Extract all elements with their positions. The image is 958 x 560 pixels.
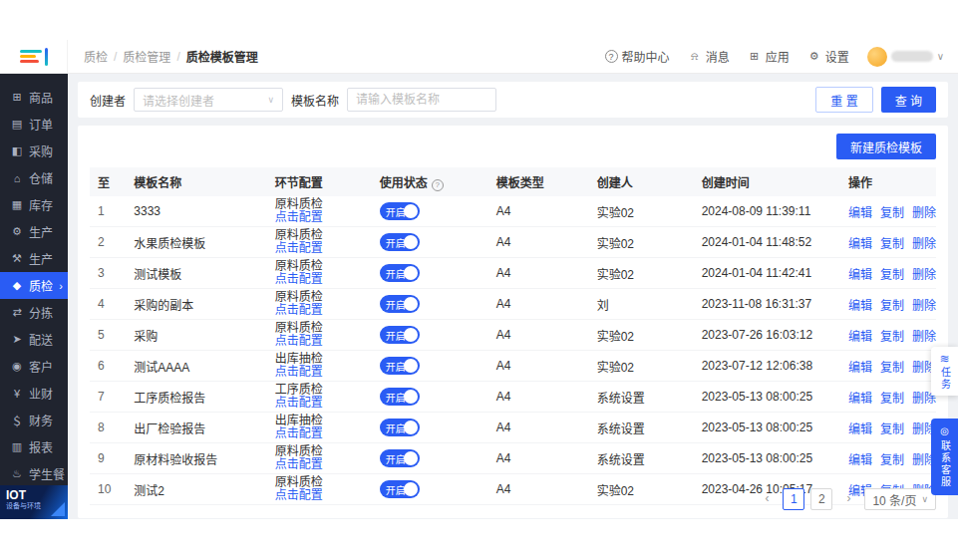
op-delete[interactable]: 删除 bbox=[912, 299, 936, 313]
op-edit[interactable]: 编辑 bbox=[848, 206, 872, 220]
status-toggle[interactable]: 开启 bbox=[380, 388, 420, 406]
op-edit[interactable]: 编辑 bbox=[848, 422, 872, 436]
configure-link[interactable]: 点击配置 bbox=[275, 211, 364, 224]
status-label: 开启 bbox=[386, 482, 406, 497]
status-toggle[interactable]: 开启 bbox=[380, 480, 420, 498]
sidebar-item-5[interactable]: ▦库存 bbox=[0, 191, 68, 218]
status-toggle[interactable]: 开启 bbox=[380, 357, 420, 375]
chevron-down-icon: ∨ bbox=[937, 51, 944, 62]
op-copy[interactable]: 复制 bbox=[880, 268, 904, 282]
row-index: 2 bbox=[90, 227, 126, 258]
row-index: 7 bbox=[90, 382, 126, 413]
status-toggle[interactable]: 开启 bbox=[380, 202, 420, 220]
sidebar-item-2[interactable]: ▤订单 bbox=[0, 111, 68, 138]
status-label: 开启 bbox=[386, 204, 406, 219]
op-edit[interactable]: 编辑 bbox=[848, 268, 872, 282]
template-name-input[interactable] bbox=[347, 88, 496, 112]
configure-link[interactable]: 点击配置 bbox=[275, 489, 364, 502]
configure-link[interactable]: 点击配置 bbox=[275, 304, 364, 317]
iot-brand[interactable]: IOT 设备与环境 bbox=[0, 485, 68, 519]
ops-cell: 编辑复制删除 bbox=[840, 413, 936, 443]
table-row: 9原材料验收报告原料质检点击配置开启A4系统设置2023-05-13 08:00… bbox=[90, 443, 936, 474]
op-delete[interactable]: 删除 bbox=[912, 330, 936, 344]
user-menu[interactable]: ∨ bbox=[867, 47, 944, 67]
op-delete[interactable]: 删除 bbox=[912, 268, 936, 282]
op-edit[interactable]: 编辑 bbox=[848, 330, 872, 344]
column-label: 创建时间 bbox=[702, 176, 750, 190]
configure-link[interactable]: 点击配置 bbox=[275, 273, 364, 286]
messages-button[interactable]: ⍾ 消息 bbox=[688, 48, 730, 65]
op-copy[interactable]: 复制 bbox=[880, 206, 904, 220]
tasks-float-button[interactable]: ≋ 任务 bbox=[931, 347, 958, 396]
op-edit[interactable]: 编辑 bbox=[848, 361, 872, 375]
page-button-1[interactable]: 1 bbox=[783, 488, 804, 510]
sidebar-item-15[interactable]: ♨学生餐 bbox=[0, 460, 68, 487]
op-edit[interactable]: 编辑 bbox=[848, 299, 872, 313]
prev-page-button[interactable]: ‹ bbox=[757, 488, 777, 510]
configure-link[interactable]: 点击配置 bbox=[275, 458, 364, 471]
op-copy[interactable]: 复制 bbox=[880, 422, 904, 436]
apps-button[interactable]: ⊞ 应用 bbox=[748, 48, 790, 65]
sidebar-item-8[interactable]: ◆质检› bbox=[0, 272, 68, 299]
help-center-button[interactable]: ? 帮助中心 bbox=[605, 48, 670, 65]
sidebar-item-11[interactable]: ◉客户 bbox=[0, 353, 68, 380]
configure-link[interactable]: 点击配置 bbox=[275, 242, 364, 255]
chevron-down-icon: ∨ bbox=[267, 95, 274, 105]
op-edit[interactable]: 编辑 bbox=[848, 237, 872, 251]
settings-button[interactable]: ⚙ 设置 bbox=[807, 48, 849, 65]
page-size-select[interactable]: 10 条/页 ∨ bbox=[864, 488, 936, 510]
page-button-2[interactable]: 2 bbox=[810, 488, 832, 510]
status-toggle[interactable]: 开启 bbox=[380, 295, 420, 313]
op-copy[interactable]: 复制 bbox=[880, 453, 904, 467]
sidebar-item-icon: ◉ bbox=[11, 360, 23, 373]
sidebar-item-3[interactable]: ◧采购 bbox=[0, 138, 68, 164]
op-copy[interactable]: 复制 bbox=[880, 330, 904, 344]
op-copy[interactable]: 复制 bbox=[880, 392, 904, 406]
status-toggle[interactable]: 开启 bbox=[380, 264, 420, 282]
sidebar-item-10[interactable]: ➤配送 bbox=[0, 326, 68, 353]
op-copy[interactable]: 复制 bbox=[880, 237, 904, 251]
breadcrumb-item[interactable]: 质检 bbox=[84, 48, 108, 65]
sidebar-item-label: 业财 bbox=[29, 385, 53, 402]
creator-select[interactable]: 请选择创建者 ∨ bbox=[134, 88, 283, 112]
sidebar-item-6[interactable]: ⚙生产 bbox=[0, 218, 68, 245]
table-row: 13333原料质检点击配置开启A4实验022024-08-09 11:39:11… bbox=[90, 196, 936, 227]
new-template-button[interactable]: 新建质检模板 bbox=[836, 134, 936, 159]
sidebar-item-icon: ⇄ bbox=[11, 306, 23, 319]
op-delete[interactable]: 删除 bbox=[912, 237, 936, 251]
status-toggle[interactable]: 开启 bbox=[380, 233, 420, 251]
sidebar-item-icon: ▥ bbox=[11, 440, 23, 453]
status-toggle[interactable]: 开启 bbox=[380, 419, 420, 436]
status-toggle[interactable]: 开启 bbox=[380, 326, 420, 344]
app-logo[interactable] bbox=[0, 40, 68, 73]
sidebar-item-1[interactable]: ⊞商品 bbox=[0, 84, 68, 111]
customer-service-button[interactable]: ◎ 联系客服 bbox=[931, 419, 958, 495]
breadcrumb-item[interactable]: 质检模板管理 bbox=[186, 48, 258, 65]
query-button[interactable]: 查 询 bbox=[881, 87, 936, 113]
op-copy[interactable]: 复制 bbox=[880, 299, 904, 313]
sidebar-item-12[interactable]: ¥业财 bbox=[0, 380, 68, 407]
ops-cell: 编辑复制删除 bbox=[840, 258, 936, 289]
configure-link[interactable]: 点击配置 bbox=[275, 335, 364, 348]
creator: 实验02 bbox=[589, 320, 694, 351]
column-header: 使用状态? bbox=[372, 167, 488, 196]
sidebar-item-9[interactable]: ⇄分拣 bbox=[0, 299, 68, 326]
breadcrumb-item[interactable]: 质检管理 bbox=[123, 48, 170, 65]
status-toggle[interactable]: 开启 bbox=[380, 449, 420, 467]
sidebar-item-4[interactable]: ⌂仓储 bbox=[0, 164, 68, 191]
sidebar-item-13[interactable]: ＄财务 bbox=[0, 407, 68, 433]
op-edit[interactable]: 编辑 bbox=[848, 392, 872, 406]
next-page-button[interactable]: › bbox=[838, 488, 858, 510]
sidebar-item-7[interactable]: ⚒生产 bbox=[0, 245, 68, 272]
configure-link[interactable]: 点击配置 bbox=[275, 366, 364, 379]
configure-link[interactable]: 点击配置 bbox=[275, 397, 364, 410]
info-icon[interactable]: ? bbox=[432, 179, 444, 191]
op-delete[interactable]: 删除 bbox=[912, 206, 936, 220]
sidebar-item-14[interactable]: ▥报表 bbox=[0, 433, 68, 460]
op-edit[interactable]: 编辑 bbox=[848, 453, 872, 467]
op-copy[interactable]: 复制 bbox=[880, 361, 904, 375]
configure-link[interactable]: 点击配置 bbox=[275, 427, 364, 440]
sidebar-item-label: 质检 bbox=[29, 277, 53, 294]
reset-button[interactable]: 重 置 bbox=[815, 87, 872, 113]
column-label: 使用状态 bbox=[380, 176, 428, 190]
